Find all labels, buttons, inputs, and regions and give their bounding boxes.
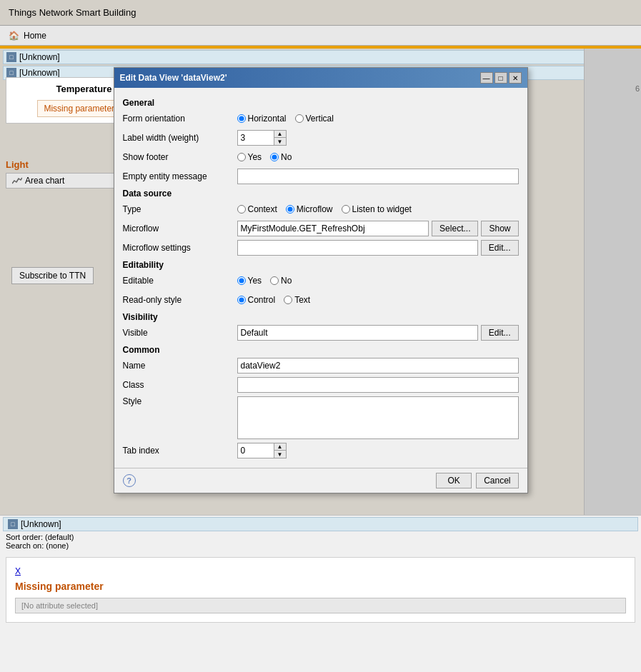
tab-index-input[interactable]: [238, 443, 274, 458]
readonly-control-radio[interactable]: [237, 296, 246, 304]
data-source-section-header: Data source: [123, 189, 519, 199]
style-control: [237, 396, 519, 439]
editable-yes-option: Yes: [237, 276, 262, 286]
help-icon[interactable]: ?: [123, 474, 136, 487]
vertical-label: Vertical: [306, 114, 334, 124]
maximize-button[interactable]: □: [495, 72, 507, 84]
type-microflow-radio[interactable]: [286, 205, 294, 214]
minimize-button[interactable]: —: [480, 72, 493, 84]
editable-yes-label: Yes: [248, 276, 262, 286]
app-navbar: 🏠 Home: [0, 26, 641, 46]
empty-entity-control: [237, 169, 519, 184]
footer-no-label: No: [281, 152, 292, 162]
editable-no-radio[interactable]: [270, 276, 279, 285]
microflow-row: Microflow Select... Show: [123, 221, 519, 236]
vertical-radio[interactable]: [295, 114, 304, 123]
microflow-settings-label: Microflow settings: [123, 243, 237, 253]
horizontal-radio[interactable]: [237, 114, 246, 123]
microflow-settings-edit-button[interactable]: Edit...: [481, 240, 519, 256]
dialog-body: General Form orientation Horizontal Vert…: [114, 88, 527, 468]
nav-home[interactable]: Home: [24, 31, 46, 41]
tab-index-row: Tab index ▲ ▼: [123, 443, 519, 458]
type-microflow-label: Microflow: [297, 204, 333, 214]
empty-entity-row: Empty entity message: [123, 169, 519, 184]
dialog-title: Edit Data View 'dataView2': [120, 73, 227, 83]
home-icon: 🏠: [9, 31, 19, 41]
label-width-input[interactable]: [238, 131, 274, 145]
tab-index-spinner-buttons: ▲ ▼: [274, 443, 286, 458]
visible-input[interactable]: [237, 325, 478, 341]
show-footer-control: Yes No: [237, 152, 519, 162]
editable-no-option: No: [270, 276, 292, 286]
class-control: [237, 377, 519, 393]
ok-button[interactable]: OK: [436, 473, 472, 488]
type-listen-option: Listen to widget: [342, 204, 412, 214]
microflow-input[interactable]: [237, 221, 429, 236]
visible-edit-button[interactable]: Edit...: [481, 325, 519, 341]
type-control: Context Microflow Listen to widget: [237, 204, 519, 214]
readonly-control-option: Control: [237, 295, 276, 305]
form-orientation-row: Form orientation Horizontal Vertical: [123, 111, 519, 126]
tab-index-spinner: ▲ ▼: [237, 443, 287, 458]
type-microflow-option: Microflow: [286, 204, 333, 214]
tab-index-spinner-down[interactable]: ▼: [274, 451, 286, 458]
form-orientation-label: Form orientation: [123, 114, 237, 124]
type-context-radio[interactable]: [237, 205, 246, 214]
readonly-style-label: Read-only style: [123, 295, 237, 305]
name-input[interactable]: [237, 358, 519, 373]
vertical-option: Vertical: [295, 114, 334, 124]
horizontal-option: Horizontal: [237, 114, 287, 124]
editable-yes-radio[interactable]: [237, 276, 246, 285]
form-orientation-control: Horizontal Vertical: [237, 114, 519, 124]
tab-index-label: Tab index: [123, 446, 237, 456]
cancel-button[interactable]: Cancel: [476, 473, 518, 488]
main-content: □ [Unknown] □ [Unknown] 3 Temperature Mi…: [0, 46, 641, 672]
type-context-option: Context: [237, 204, 277, 214]
style-textarea[interactable]: [237, 396, 519, 439]
edit-dataview-dialog: Edit Data View 'dataView2' — □ ✕ General…: [114, 67, 528, 493]
label-width-row: Label width (weight) ▲ ▼: [123, 130, 519, 146]
footer-no-radio[interactable]: [270, 153, 279, 161]
horizontal-label: Horizontal: [248, 114, 287, 124]
label-width-control: ▲ ▼: [237, 130, 519, 146]
type-listen-label: Listen to widget: [352, 204, 412, 214]
microflow-control: Select... Show: [237, 221, 519, 236]
readonly-style-row: Read-only style Control Text: [123, 292, 519, 308]
close-button[interactable]: ✕: [509, 72, 522, 84]
type-listen-radio[interactable]: [342, 205, 350, 214]
editable-no-label: No: [281, 276, 292, 286]
empty-entity-input[interactable]: [237, 169, 519, 184]
readonly-control-label: Control: [248, 295, 276, 305]
dialog-controls: — □ ✕: [480, 72, 522, 84]
spinner-up[interactable]: ▲: [274, 131, 286, 138]
readonly-text-radio[interactable]: [284, 296, 292, 304]
spinner-down[interactable]: ▼: [274, 138, 286, 145]
modal-overlay: Edit Data View 'dataView2' — □ ✕ General…: [0, 46, 641, 672]
style-label: Style: [123, 396, 237, 406]
microflow-select-button[interactable]: Select...: [432, 221, 478, 236]
show-footer-label: Show footer: [123, 152, 237, 162]
microflow-settings-input[interactable]: [237, 240, 478, 256]
readonly-text-label: Text: [294, 295, 310, 305]
class-input[interactable]: [237, 377, 519, 393]
visible-label: Visible: [123, 328, 237, 338]
editable-row: Editable Yes No: [123, 273, 519, 289]
visibility-section-header: Visibility: [123, 312, 519, 322]
microflow-show-button[interactable]: Show: [481, 221, 518, 236]
microflow-settings-row: Microflow settings Edit...: [123, 240, 519, 256]
footer-yes-radio[interactable]: [237, 153, 246, 161]
readonly-text-option: Text: [284, 295, 310, 305]
empty-entity-label: Empty entity message: [123, 171, 237, 181]
tab-index-spinner-up[interactable]: ▲: [274, 443, 286, 451]
common-section-header: Common: [123, 345, 519, 355]
microflow-label: Microflow: [123, 224, 237, 234]
editable-label: Editable: [123, 276, 237, 286]
name-label: Name: [123, 361, 237, 371]
name-row: Name: [123, 358, 519, 373]
label-width-label: Label width (weight): [123, 133, 237, 143]
general-section-header: General: [123, 98, 519, 108]
class-row: Class: [123, 377, 519, 393]
type-label: Type: [123, 204, 237, 214]
show-footer-row: Show footer Yes No: [123, 149, 519, 165]
footer-yes-option: Yes: [237, 152, 262, 162]
